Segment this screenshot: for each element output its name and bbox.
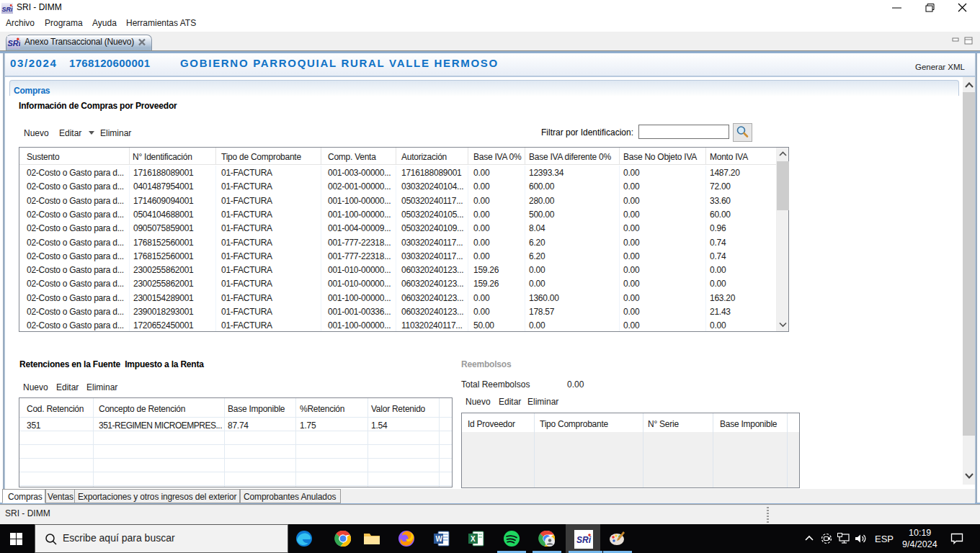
svg-text:SRi: SRi (576, 535, 592, 545)
svg-text:W: W (436, 535, 443, 543)
svg-text:SRi: SRi (2, 6, 14, 13)
svg-text:X: X (471, 535, 476, 543)
